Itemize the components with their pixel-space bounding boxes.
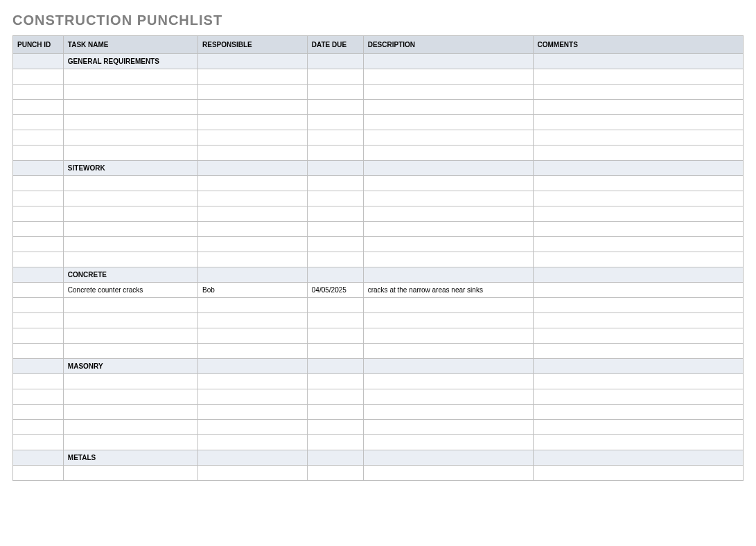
cell-responsible[interactable]	[198, 130, 308, 146]
cell-punch-id[interactable]	[13, 466, 64, 481]
cell-comments[interactable]	[533, 69, 744, 85]
cell-date-due[interactable]	[307, 328, 363, 344]
cell-task-name[interactable]	[63, 328, 197, 344]
cell-comments[interactable]	[533, 130, 744, 146]
cell-responsible[interactable]	[198, 435, 308, 450]
cell-punch-id[interactable]	[13, 69, 64, 85]
cell-task-name[interactable]	[63, 389, 197, 405]
cell-task-name[interactable]: Concrete counter cracks	[63, 283, 197, 298]
cell-punch-id[interactable]	[13, 100, 64, 115]
cell-description[interactable]	[363, 115, 533, 130]
cell-description[interactable]	[363, 252, 533, 267]
cell-date-due[interactable]	[307, 389, 363, 405]
cell-description[interactable]	[363, 85, 533, 100]
cell-task-name[interactable]	[63, 313, 197, 328]
cell-task-name[interactable]	[63, 146, 197, 161]
cell-punch-id[interactable]	[13, 283, 64, 298]
cell-comments[interactable]	[533, 283, 744, 298]
cell-date-due[interactable]	[307, 344, 363, 359]
cell-responsible[interactable]: Bob	[198, 283, 308, 298]
cell-task-name[interactable]	[63, 69, 197, 85]
cell-responsible[interactable]	[198, 466, 308, 481]
cell-punch-id[interactable]	[13, 85, 64, 100]
cell-punch-id[interactable]	[13, 298, 64, 313]
cell-punch-id[interactable]	[13, 389, 64, 405]
cell-comments[interactable]	[533, 176, 744, 191]
cell-task-name[interactable]	[63, 344, 197, 359]
cell-responsible[interactable]	[198, 115, 308, 130]
cell-punch-id[interactable]	[13, 435, 64, 450]
cell-date-due[interactable]: 04/05/2025	[307, 283, 363, 298]
cell-punch-id[interactable]	[13, 344, 64, 359]
cell-description[interactable]	[363, 389, 533, 405]
cell-responsible[interactable]	[198, 191, 308, 206]
cell-responsible[interactable]	[198, 100, 308, 115]
cell-punch-id[interactable]	[13, 405, 64, 420]
cell-date-due[interactable]	[307, 206, 363, 222]
cell-task-name[interactable]	[63, 420, 197, 435]
cell-responsible[interactable]	[198, 420, 308, 435]
cell-comments[interactable]	[533, 115, 744, 130]
cell-comments[interactable]	[533, 420, 744, 435]
cell-description[interactable]	[363, 344, 533, 359]
cell-task-name[interactable]	[63, 85, 197, 100]
cell-comments[interactable]	[533, 328, 744, 344]
cell-date-due[interactable]	[307, 222, 363, 237]
cell-task-name[interactable]	[63, 130, 197, 146]
cell-description[interactable]	[363, 222, 533, 237]
cell-description[interactable]	[363, 100, 533, 115]
cell-task-name[interactable]	[63, 374, 197, 389]
cell-description[interactable]	[363, 313, 533, 328]
cell-punch-id[interactable]	[13, 130, 64, 146]
cell-punch-id[interactable]	[13, 146, 64, 161]
cell-comments[interactable]	[533, 237, 744, 252]
cell-date-due[interactable]	[307, 435, 363, 450]
cell-date-due[interactable]	[307, 115, 363, 130]
cell-description[interactable]	[363, 69, 533, 85]
cell-task-name[interactable]	[63, 100, 197, 115]
cell-punch-id[interactable]	[13, 176, 64, 191]
cell-punch-id[interactable]	[13, 115, 64, 130]
cell-comments[interactable]	[533, 206, 744, 222]
cell-date-due[interactable]	[307, 100, 363, 115]
cell-punch-id[interactable]	[13, 420, 64, 435]
cell-description[interactable]: cracks at the narrow areas near sinks	[363, 283, 533, 298]
cell-description[interactable]	[363, 206, 533, 222]
cell-description[interactable]	[363, 176, 533, 191]
cell-task-name[interactable]	[63, 176, 197, 191]
cell-responsible[interactable]	[198, 374, 308, 389]
cell-punch-id[interactable]	[13, 237, 64, 252]
cell-description[interactable]	[363, 435, 533, 450]
cell-comments[interactable]	[533, 222, 744, 237]
cell-comments[interactable]	[533, 85, 744, 100]
cell-task-name[interactable]	[63, 298, 197, 313]
cell-date-due[interactable]	[307, 374, 363, 389]
cell-responsible[interactable]	[198, 85, 308, 100]
cell-date-due[interactable]	[307, 405, 363, 420]
cell-task-name[interactable]	[63, 206, 197, 222]
cell-comments[interactable]	[533, 435, 744, 450]
cell-punch-id[interactable]	[13, 222, 64, 237]
cell-date-due[interactable]	[307, 313, 363, 328]
cell-task-name[interactable]	[63, 222, 197, 237]
cell-description[interactable]	[363, 374, 533, 389]
cell-task-name[interactable]	[63, 115, 197, 130]
cell-description[interactable]	[363, 466, 533, 481]
cell-date-due[interactable]	[307, 69, 363, 85]
cell-responsible[interactable]	[198, 313, 308, 328]
cell-comments[interactable]	[533, 191, 744, 206]
cell-date-due[interactable]	[307, 191, 363, 206]
cell-comments[interactable]	[533, 389, 744, 405]
cell-description[interactable]	[363, 405, 533, 420]
cell-responsible[interactable]	[198, 176, 308, 191]
cell-description[interactable]	[363, 298, 533, 313]
cell-task-name[interactable]	[63, 405, 197, 420]
cell-task-name[interactable]	[63, 191, 197, 206]
cell-punch-id[interactable]	[13, 328, 64, 344]
cell-description[interactable]	[363, 237, 533, 252]
cell-comments[interactable]	[533, 100, 744, 115]
cell-responsible[interactable]	[198, 389, 308, 405]
cell-comments[interactable]	[533, 344, 744, 359]
cell-date-due[interactable]	[307, 420, 363, 435]
cell-comments[interactable]	[533, 298, 744, 313]
